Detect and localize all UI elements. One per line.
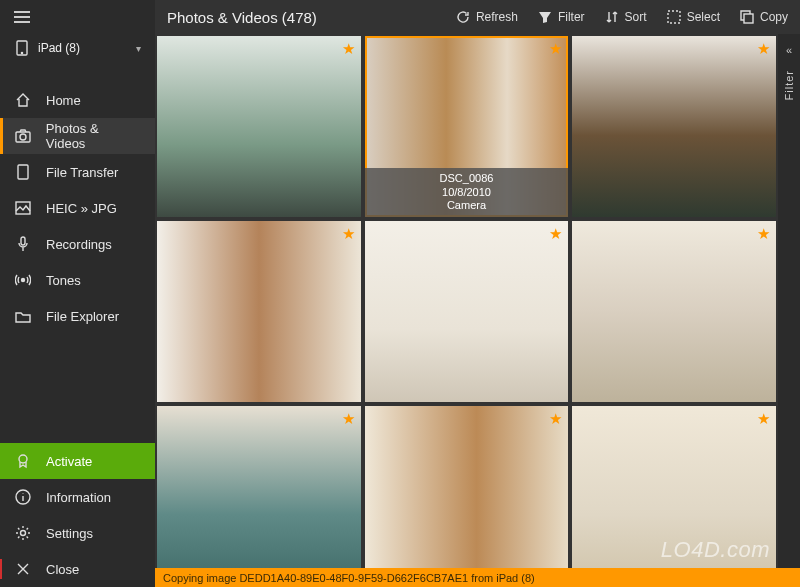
photo-grid: ★ ★ DSC_0086 10/8/2010 Camera ★ ★ ★ ★ ★ … (155, 34, 778, 587)
thumb-name: DSC_0086 (371, 172, 563, 186)
photo-thumb-selected[interactable]: ★ DSC_0086 10/8/2010 Camera (365, 36, 569, 217)
folder-icon (14, 310, 32, 323)
sidebar-item-explorer[interactable]: File Explorer (0, 298, 155, 334)
information-button[interactable]: Information (0, 479, 155, 515)
sidebar-item-heic[interactable]: HEIC » JPG (0, 190, 155, 226)
star-icon: ★ (549, 410, 562, 428)
photo-thumb[interactable]: ★ (572, 221, 776, 402)
svg-point-7 (22, 279, 25, 282)
star-icon: ★ (549, 40, 562, 58)
photo-thumb[interactable]: ★ (365, 406, 569, 587)
main: Photos & Videos (478) Refresh Filter Sor… (155, 0, 800, 587)
sidebar-item-filetransfer[interactable]: File Transfer (0, 154, 155, 190)
select-button[interactable]: Select (667, 10, 720, 24)
sort-label: Sort (625, 10, 647, 24)
star-icon: ★ (342, 410, 355, 428)
settings-button[interactable]: Settings (0, 515, 155, 551)
thumb-source: Camera (371, 199, 563, 213)
close-label: Close (46, 562, 79, 577)
photo-thumb[interactable]: ★ (157, 36, 361, 217)
nav: Home Photos & Videos File Transfer HEIC … (0, 82, 155, 443)
information-label: Information (46, 490, 111, 505)
sidebar-item-label: File Explorer (46, 309, 119, 324)
close-icon (14, 562, 32, 576)
device-name: iPad (8) (38, 41, 128, 55)
sidebar-item-label: Home (46, 93, 81, 108)
toolbar: Photos & Videos (478) Refresh Filter Sor… (155, 0, 800, 34)
chevron-down-icon: ▾ (136, 43, 141, 54)
photo-thumb[interactable]: ★ (572, 406, 776, 587)
sidebar-item-label: Recordings (46, 237, 112, 252)
svg-rect-11 (668, 11, 680, 23)
activate-button[interactable]: Activate (0, 443, 155, 479)
page-title: Photos & Videos (478) (167, 9, 436, 26)
filter-button[interactable]: Filter (538, 10, 585, 24)
settings-label: Settings (46, 526, 93, 541)
star-icon: ★ (757, 225, 770, 243)
phone-icon (14, 164, 32, 180)
sidebar-item-home[interactable]: Home (0, 82, 155, 118)
star-icon: ★ (757, 410, 770, 428)
copy-button[interactable]: Copy (740, 10, 788, 24)
svg-point-10 (21, 531, 26, 536)
star-icon: ★ (757, 40, 770, 58)
sidebar-item-tones[interactable]: Tones (0, 262, 155, 298)
photo-thumb[interactable]: ★ (365, 221, 569, 402)
device-selector[interactable]: iPad (8) ▾ (0, 34, 155, 64)
mic-icon (14, 236, 32, 252)
select-label: Select (687, 10, 720, 24)
app-root: iPad (8) ▾ Home Photos & Videos File Tra… (0, 0, 800, 587)
refresh-button[interactable]: Refresh (456, 10, 518, 24)
tones-icon (14, 274, 32, 286)
select-icon (667, 10, 681, 24)
close-button[interactable]: Close (0, 551, 155, 587)
copy-label: Copy (760, 10, 788, 24)
status-bar: Copying image DEDD1A40-89E0-48F0-9F59-D6… (155, 568, 800, 587)
camera-icon (14, 129, 32, 143)
sidebar-item-photos[interactable]: Photos & Videos (0, 118, 155, 154)
sidebar-item-label: File Transfer (46, 165, 118, 180)
refresh-icon (456, 10, 470, 24)
sidebar-item-label: Tones (46, 273, 81, 288)
svg-point-8 (19, 455, 27, 463)
svg-point-3 (20, 134, 26, 140)
badge-icon (14, 453, 32, 469)
sort-button[interactable]: Sort (605, 10, 647, 24)
chevron-icon[interactable]: « (786, 44, 792, 56)
svg-rect-6 (21, 237, 25, 245)
thumb-date: 10/8/2010 (371, 186, 563, 200)
thumb-overlay: DSC_0086 10/8/2010 Camera (365, 168, 569, 217)
sidebar-top (0, 0, 155, 34)
photo-thumb[interactable]: ★ (157, 221, 361, 402)
sidebar-item-label: Photos & Videos (46, 121, 141, 151)
star-icon: ★ (342, 225, 355, 243)
right-filter-tab[interactable]: Filter (783, 70, 795, 100)
home-icon (14, 92, 32, 108)
copy-icon (740, 10, 754, 24)
tablet-icon (14, 40, 30, 56)
activate-label: Activate (46, 454, 92, 469)
svg-point-1 (21, 52, 22, 53)
gear-icon (14, 525, 32, 541)
sidebar: iPad (8) ▾ Home Photos & Videos File Tra… (0, 0, 155, 587)
bottom-nav: Activate Information Settings Close (0, 443, 155, 587)
photo-thumb[interactable]: ★ (157, 406, 361, 587)
star-icon: ★ (342, 40, 355, 58)
sidebar-item-recordings[interactable]: Recordings (0, 226, 155, 262)
filter-label: Filter (558, 10, 585, 24)
right-rail: « Filter (778, 34, 800, 587)
sort-icon (605, 10, 619, 24)
svg-rect-12 (744, 14, 753, 23)
content-area: ★ ★ DSC_0086 10/8/2010 Camera ★ ★ ★ ★ ★ … (155, 34, 800, 587)
sidebar-item-label: HEIC » JPG (46, 201, 117, 216)
status-text: Copying image DEDD1A40-89E0-48F0-9F59-D6… (163, 572, 535, 584)
hamburger-icon[interactable] (14, 11, 30, 23)
refresh-label: Refresh (476, 10, 518, 24)
info-icon (14, 489, 32, 505)
svg-rect-4 (18, 165, 28, 179)
star-icon: ★ (549, 225, 562, 243)
photo-thumb[interactable]: ★ (572, 36, 776, 217)
image-icon (14, 201, 32, 215)
filter-icon (538, 10, 552, 24)
